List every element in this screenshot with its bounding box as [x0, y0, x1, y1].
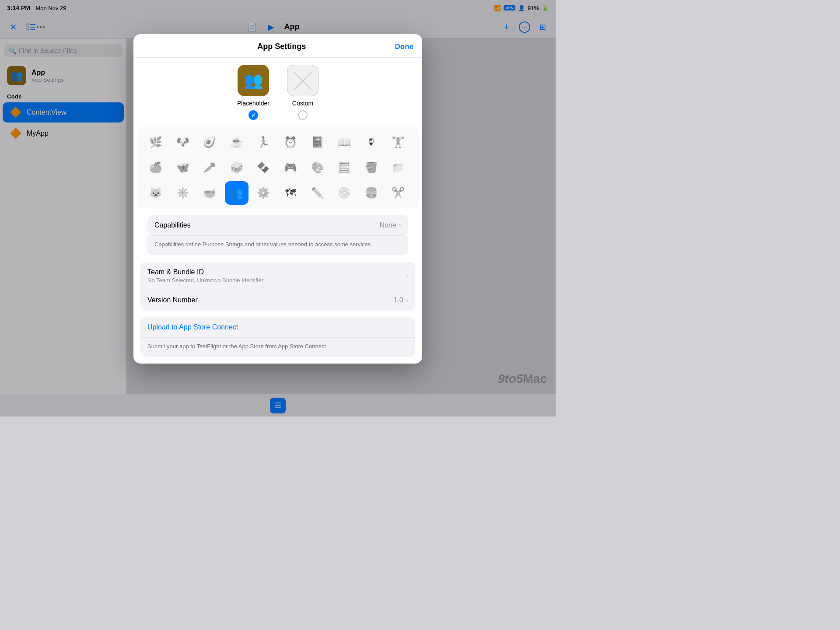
icon-type-selection: 👥 Placeholder Custom — [133, 58, 422, 127]
placeholder-option[interactable]: 👥 Placeholder — [237, 65, 270, 120]
capabilities-label: Capabilities — [154, 221, 379, 229]
capabilities-section: Capabilities None › — [147, 215, 408, 236]
icon-cell-notebook[interactable]: 📓 — [306, 130, 329, 154]
custom-radio[interactable] — [298, 110, 308, 120]
capabilities-row[interactable]: Capabilities None › — [147, 215, 408, 236]
capabilities-value: None — [379, 221, 396, 229]
icon-cell-art[interactable]: 🎨 — [306, 156, 329, 179]
icon-cell-herb[interactable]: 🌿 — [144, 130, 168, 154]
icon-cell-dog[interactable]: 🐶 — [171, 130, 195, 154]
capabilities-section-wrapper: Capabilities None › Capabilities define … — [140, 215, 415, 255]
modal-title: App Settings — [168, 42, 395, 51]
icon-cell-folder[interactable]: 📁 — [386, 156, 410, 179]
capabilities-description: Capabilities define Purpose Strings and … — [147, 236, 408, 255]
placeholder-radio[interactable] — [248, 110, 258, 120]
icon-cell-pencil[interactable]: ✏️ — [306, 181, 329, 205]
version-value: 1.0 — [393, 296, 403, 304]
upload-description: Submit your app to TestFlight or the App… — [140, 338, 415, 357]
icon-cell-mic[interactable]: 🎙 — [360, 130, 383, 154]
icon-cell-chocolate[interactable]: 🍫 — [252, 156, 275, 179]
icon-cell-map[interactable]: 🗺 — [279, 181, 302, 205]
team-bundle-chevron: › — [406, 272, 408, 280]
icon-cell-book[interactable]: 📖 — [332, 130, 356, 154]
icon-cell-bucket[interactable]: 🪣 — [360, 156, 383, 179]
icon-cell-cat[interactable]: 🐱 — [144, 181, 168, 205]
capabilities-chevron: › — [399, 221, 401, 229]
version-row[interactable]: Version Number 1.0 › — [140, 290, 415, 310]
icon-cell-gym[interactable]: 🏋 — [386, 130, 410, 154]
icon-cell-coffee[interactable]: ☕ — [225, 130, 248, 154]
version-chevron: › — [406, 296, 408, 304]
icon-cell-orange[interactable]: 🍊 — [144, 156, 168, 179]
team-bundle-row[interactable]: Team & Bundle ID No Team Selected, Unkno… — [140, 262, 415, 290]
icon-cell-bowl[interactable]: 🥣 — [198, 181, 221, 205]
done-button[interactable]: Done — [395, 42, 414, 51]
custom-option[interactable]: Custom — [287, 65, 318, 120]
version-label: Version Number — [147, 296, 393, 304]
icon-cell-clock[interactable]: ⏰ — [279, 130, 302, 154]
upload-button[interactable]: Upload to App Store Connect — [147, 323, 408, 331]
placeholder-icon-preview: 👥 — [238, 65, 269, 96]
icon-cell-avocado[interactable]: 🥑 — [198, 130, 221, 154]
icon-cell-carrot[interactable]: 🥕 — [198, 156, 221, 179]
icon-cell-gear[interactable]: ⚙️ — [252, 181, 275, 205]
icon-cell-calculator[interactable]: 🧮 — [332, 156, 356, 179]
icon-cell-asterisk[interactable]: ✳️ — [171, 181, 195, 205]
icon-cell-sandwich[interactable]: 🥪 — [225, 156, 248, 179]
team-bundle-sub: No Team Selected, Unknown Bundle Identif… — [147, 277, 406, 284]
custom-label: Custom — [292, 100, 313, 107]
icon-cell-disc[interactable]: 💿 — [332, 181, 356, 205]
team-bundle-label: Team & Bundle ID — [147, 268, 406, 276]
modal-header: App Settings Done — [133, 34, 422, 58]
icon-cell-run[interactable]: 🏃 — [252, 130, 275, 154]
icon-cell-butterfly[interactable]: 🦋 — [171, 156, 195, 179]
team-version-section: Team & Bundle ID No Team Selected, Unkno… — [140, 262, 415, 310]
upload-btn-row: Upload to App Store Connect — [140, 317, 415, 338]
icon-cell-burger[interactable]: 🍔 — [360, 181, 383, 205]
icon-grid: 🌿 🐶 🥑 ☕ 🏃 ⏰ 📓 📖 🎙 🏋 🍊 🦋 🥕 🥪 🍫 🎮 🎨 🧮 🪣 📁 … — [137, 127, 419, 208]
icon-cell-scissors[interactable]: ✂️ — [386, 181, 410, 205]
custom-icon-preview — [287, 65, 318, 96]
icon-cell-gamepad[interactable]: 🎮 — [279, 156, 302, 179]
upload-section: Upload to App Store Connect Submit your … — [140, 317, 415, 357]
placeholder-label: Placeholder — [237, 100, 270, 107]
app-settings-modal: App Settings Done 👥 Placeholder Custom 🌿… — [133, 34, 422, 364]
team-bundle-content: Team & Bundle ID No Team Selected, Unkno… — [147, 268, 406, 284]
icon-cell-people[interactable]: 👥 — [225, 181, 248, 205]
